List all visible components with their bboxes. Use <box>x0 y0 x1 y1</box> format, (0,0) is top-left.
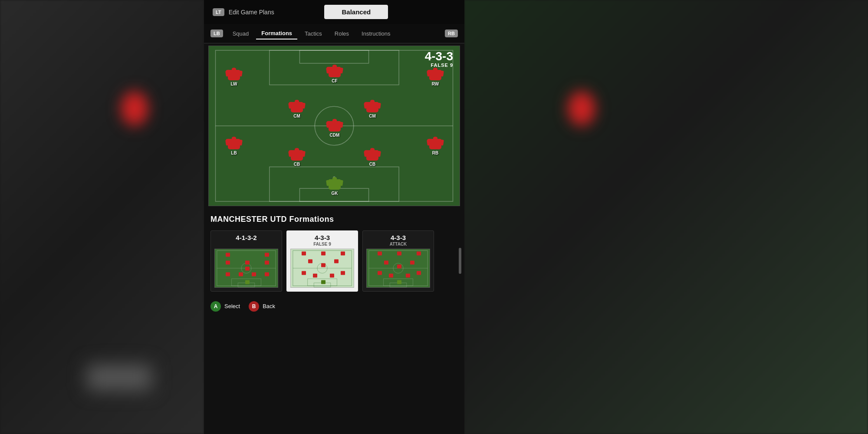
player-gk[interactable]: GK <box>329 179 341 196</box>
formation-number: 4-3-3 <box>425 50 453 62</box>
header-left: LT Edit Game Plans <box>213 8 274 16</box>
a-button[interactable]: A <box>210 301 221 312</box>
player-label-cdm: CDM <box>330 133 340 138</box>
tab-instructions[interactable]: Instructions <box>356 28 395 39</box>
mini-player <box>321 252 326 256</box>
player-label-cm: CM <box>293 114 300 118</box>
bottom-controls: A Select B Back <box>204 296 464 317</box>
mini-player <box>406 273 410 277</box>
mini-player <box>302 252 306 256</box>
mini-player <box>378 252 382 256</box>
formation-card-name-f1: 4-1-3-2 <box>214 234 278 242</box>
lb-badge[interactable]: LB <box>210 30 223 37</box>
header-center: Balanced <box>324 5 388 19</box>
mini-player <box>389 273 393 277</box>
mini-player <box>341 252 345 256</box>
section-title: MANCHESTER UTD Formations <box>210 215 458 224</box>
pitch: 4-3-3 FALSE 9 LWCFRWCMCDMCMLBCBCBRBGK <box>208 46 460 206</box>
tab-formations[interactable]: Formations <box>256 28 297 39</box>
mini-player <box>397 265 401 269</box>
tab-tactics[interactable]: Tactics <box>299 28 327 39</box>
bg-shirt-left <box>117 87 152 130</box>
player-cdm[interactable]: CDM <box>329 121 341 138</box>
player-cb[interactable]: CB <box>291 150 303 167</box>
formations-cards-container: 4-1-3-2 4-3-3FALSE 9 4-3-3ATTACK <box>210 230 434 292</box>
player-shirt <box>366 102 378 112</box>
player-label-lw: LW <box>231 82 237 86</box>
player-shirt <box>291 102 303 112</box>
select-control[interactable]: A Select <box>210 301 240 312</box>
mini-player <box>330 273 334 277</box>
bg-shirt-right <box>564 87 599 130</box>
bottom-section: MANCHESTER UTD Formations 4-1-3-2 4-3-3F… <box>204 208 464 296</box>
player-rw[interactable]: RW <box>429 70 441 86</box>
player-label-lb: LB <box>231 151 237 155</box>
player-cf[interactable]: CF <box>329 67 341 83</box>
formation-card-subtext-f1 <box>214 242 278 247</box>
formation-card-f1[interactable]: 4-1-3-2 <box>210 230 282 292</box>
formation-card-name-f3: 4-3-3 <box>366 234 430 242</box>
formation-subtype: FALSE 9 <box>425 62 453 68</box>
main-panel: LT Edit Game Plans Balanced LB Squad For… <box>204 0 464 434</box>
bg-right <box>464 0 868 434</box>
nav-tabs: LB Squad Formations Tactics Roles Instru… <box>204 24 464 43</box>
player-lb[interactable]: LB <box>228 139 240 155</box>
mini-player <box>239 273 243 276</box>
mini-player <box>417 252 421 256</box>
mini-player <box>341 271 345 275</box>
mini-player <box>313 273 317 277</box>
balanced-tab[interactable]: Balanced <box>324 5 388 19</box>
gk-shirt <box>329 179 341 190</box>
rb-badge[interactable]: RB <box>445 30 458 37</box>
player-shirt <box>228 139 240 149</box>
player-shirt <box>429 70 441 80</box>
mini-player <box>302 271 306 275</box>
mini-player <box>321 263 326 267</box>
formation-card-f3[interactable]: 4-3-3ATTACK <box>362 230 434 292</box>
player-label-cm: CM <box>369 114 376 118</box>
mini-player <box>378 271 382 275</box>
player-rb[interactable]: RB <box>429 139 441 155</box>
mini-player <box>265 253 269 257</box>
formation-card-subtext-f2: FALSE 9 <box>290 242 354 247</box>
mini-player <box>226 253 230 257</box>
player-label-cb: CB <box>369 162 375 167</box>
mini-pitch-f1 <box>214 249 278 288</box>
mini-player <box>245 280 250 284</box>
formation-card-f2[interactable]: 4-3-3FALSE 9 <box>286 230 358 292</box>
player-lw[interactable]: LW <box>228 70 240 86</box>
tab-squad[interactable]: Squad <box>227 28 254 39</box>
formation-card-subtext-f3: ATTACK <box>366 242 430 247</box>
lt-badge[interactable]: LT <box>213 8 224 16</box>
player-shirt <box>429 139 441 149</box>
player-cm[interactable]: CM <box>366 102 378 118</box>
header: LT Edit Game Plans Balanced <box>204 0 464 24</box>
player-shirt <box>291 150 303 161</box>
mini-player <box>226 273 230 276</box>
player-shirt <box>366 150 378 161</box>
back-control[interactable]: B Back <box>249 301 275 312</box>
mini-player <box>308 260 312 263</box>
svg-rect-5 <box>299 50 368 63</box>
tab-roles[interactable]: Roles <box>329 28 354 39</box>
select-label: Select <box>224 303 240 309</box>
player-label-rb: RB <box>432 151 438 155</box>
mini-player <box>245 261 250 265</box>
bg-blur-bottom <box>87 365 152 391</box>
mini-player <box>397 252 401 256</box>
mini-player <box>252 273 256 276</box>
player-cm[interactable]: CM <box>291 102 303 118</box>
back-label: Back <box>263 303 275 309</box>
formation-card-name-f2: 4-3-3 <box>290 234 354 242</box>
formations-list: 4-1-3-2 4-3-3FALSE 9 4-3-3ATTACK <box>210 230 458 292</box>
mini-player <box>265 261 269 265</box>
formation-label: 4-3-3 FALSE 9 <box>425 50 453 68</box>
mini-player <box>397 280 401 284</box>
player-shirt <box>329 121 341 132</box>
b-button[interactable]: B <box>249 301 259 312</box>
player-cb[interactable]: CB <box>366 150 378 167</box>
player-label-cb: CB <box>294 162 300 167</box>
scroll-indicator[interactable] <box>459 248 461 274</box>
player-shirt <box>329 67 341 77</box>
player-shirt <box>228 70 240 80</box>
